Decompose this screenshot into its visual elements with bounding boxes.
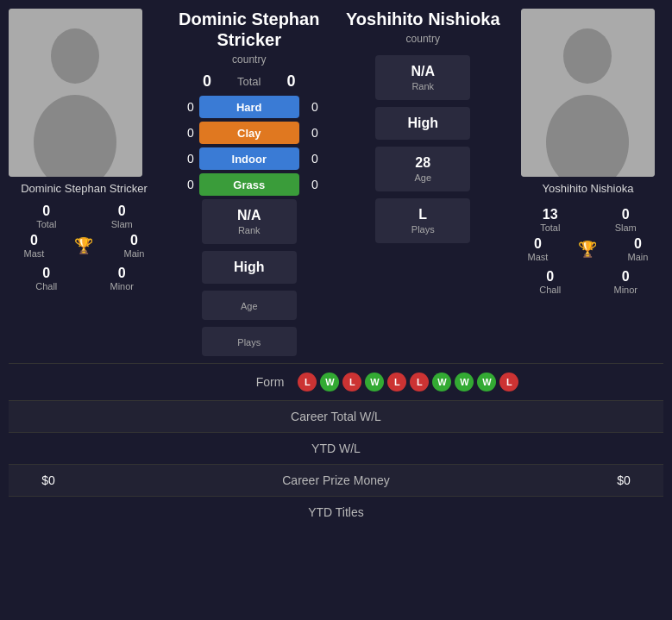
form-badge-0: L [298,373,317,391]
form-badge-2: L [342,373,361,391]
left-main-label: Main [124,248,145,259]
right-plays-value: L [384,207,462,222]
right-player-stats: 13 Total 0 Slam [512,204,663,236]
ytd-wl-row: YTD W/L [9,432,663,464]
right-center-block: Yoshihito Nishioka country N/A Rank High… [339,9,508,360]
left-high-value: High [210,260,288,275]
left-bottom-stats: 0 Chall 0 Minor [9,262,160,295]
left-rank-value: N/A [210,208,288,223]
ytd-titles-label: YTD Titles [231,505,440,519]
clay-score-right: 0 [305,126,318,140]
total-label: Total [237,75,261,88]
left-slam-item: 0 Slam [85,200,160,233]
grass-badge: Grass [199,173,299,196]
right-rank-card: N/A Rank [375,55,470,100]
right-age-card: 28 Age [375,147,470,191]
form-badge-5: L [410,373,429,391]
ytd-titles-row: YTD Titles [9,496,663,528]
left-age-card: Age [202,291,297,320]
left-player-name: Dominic Stephan Stricker [9,182,160,197]
surface-clay: 0 Clay 0 [180,122,318,144]
total-right-num: 0 [286,72,295,91]
trophy-icon-right: 🏆 [578,240,597,259]
right-age-label: Age [384,172,462,183]
left-mast-value: 0 [30,233,38,248]
right-main-cell: 0 Main [628,236,649,262]
left-stat-cards: N/A Rank High Age Plays [202,199,297,360]
left-center-block: Dominic Stephan Stricker country 0 Total… [165,9,334,360]
svg-point-1 [51,28,99,84]
surface-hard: 0 Hard 0 [180,96,318,118]
form-badge-7: W [455,373,474,391]
career-prize-label: Career Prize Money [74,473,598,487]
right-plays-card: L Plays [375,198,470,243]
right-main-label: Main [628,252,649,262]
right-rank-value: N/A [384,64,462,79]
left-mast-label: Mast [24,248,45,259]
right-bottom-stats: 0 Chall 0 Minor [512,266,663,298]
right-stat-cards: N/A Rank High 28 Age L Plays [375,55,470,247]
total-left-num: 0 [203,72,211,91]
left-main-value: 0 [130,233,138,248]
left-minor-value: 0 [118,266,126,281]
right-high-value: High [384,116,462,131]
career-total-label: Career Total W/L [231,410,440,423]
form-badge-9: L [499,373,518,391]
form-badges: L W L W L L W W W L [298,373,518,391]
left-plays-label: Plays [210,337,288,348]
indoor-badge: Indoor [199,147,299,170]
left-chall-item: 0 Chall [9,262,85,295]
grass-score-right: 0 [305,178,318,191]
clay-badge: Clay [199,122,299,144]
form-badge-6: W [432,373,451,391]
hard-badge: Hard [199,96,299,118]
bottom-section: Form L W L W L L W W W L Career Total W/… [9,363,663,528]
right-chall-value: 0 [546,269,554,285]
right-slam-value: 0 [622,207,630,222]
right-chall-item: 0 Chall [512,266,588,298]
right-trophy-icon-cell: 🏆 [578,240,597,259]
left-plays-card: Plays [202,327,297,356]
left-mast-cell: 0 Mast [24,233,45,259]
right-slam-label: Slam [615,222,637,233]
career-prize-row: $0 Career Prize Money $0 [9,464,663,496]
right-player-avatar [521,9,655,177]
right-total-value: 13 [543,207,558,222]
left-player-card: Dominic Stephan Stricker 0 Total 0 Slam … [9,9,160,360]
left-slam-label: Slam [111,219,133,229]
form-badge-1: W [320,373,339,391]
form-badge-3: W [365,373,384,391]
career-total-row: Career Total W/L [9,400,663,432]
hard-score-right: 0 [305,100,318,114]
right-minor-label: Minor [613,285,637,295]
trophy-icon-left: 🏆 [74,236,93,255]
left-age-label: Age [210,301,288,311]
left-minor-label: Minor [110,281,134,291]
left-player-avatar [9,9,142,177]
left-total-label: Total [36,219,56,229]
form-badge-4: L [387,373,406,391]
left-rank-label: Rank [210,225,288,235]
left-minor-item: 0 Minor [85,262,160,295]
right-chall-label: Chall [539,285,561,295]
left-high-card: High [202,251,297,284]
left-total-value: 0 [42,204,50,219]
right-plays-label: Plays [384,224,462,235]
left-chall-label: Chall [35,281,57,291]
top-area: Dominic Stephan Stricker 0 Total 0 Slam … [9,9,663,360]
total-row: 0 Total 0 [165,72,334,91]
left-chall-value: 0 [42,266,50,281]
left-center-title: Dominic Stephan Stricker [165,9,334,50]
right-mast-value: 0 [534,236,542,252]
left-rank-card: N/A Rank [202,199,297,244]
right-minor-value: 0 [622,269,630,285]
right-player-name: Yoshihito Nishioka [543,182,634,197]
grass-score-left: 0 [180,178,194,191]
right-mast-cell: 0 Mast [528,236,549,262]
surface-rows: 0 Hard 0 0 Clay 0 0 Indoor 0 [180,96,318,196]
right-mast-label: Mast [528,252,549,262]
form-label: Form [154,375,298,389]
left-player-stats: 0 Total 0 Slam [9,200,160,233]
main-container: Dominic Stephan Stricker 0 Total 0 Slam … [0,0,672,536]
left-center-country: country [232,53,266,66]
